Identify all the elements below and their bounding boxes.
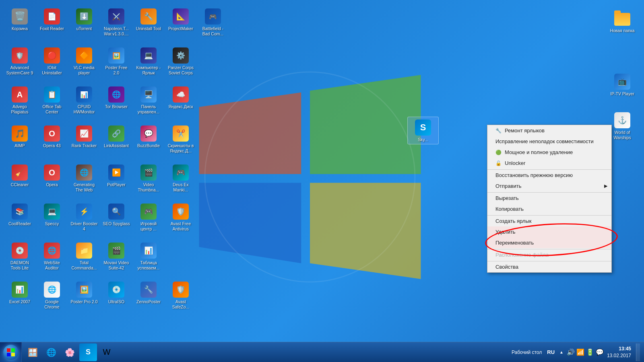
icon-cpuid[interactable]: 📊 CPUID HWMonitor <box>68 84 100 122</box>
totalcmd-icon: 📁 <box>76 243 92 259</box>
context-restore[interactable]: Восстановить прежнюю версию <box>487 169 611 181</box>
icon-potplayer[interactable]: ▶️ PotPlayer <box>101 162 132 200</box>
opera-label: Opera <box>46 182 58 187</box>
icon-napoleon[interactable]: ⚔️ Napoleon.T... War.v1.3.0.... <box>101 6 132 44</box>
posterfree-icon: 🖼️ <box>108 47 124 64</box>
context-remove[interactable]: 🟢 Мощное и полное удаление <box>487 147 611 158</box>
icon-deusex[interactable]: 🎮 Deus Ex Manki... <box>165 162 196 200</box>
projectmaker-icon: 📐 <box>173 8 189 25</box>
icon-daemon[interactable]: 💿 DAEMON Tools Lite <box>4 240 35 278</box>
icon-gentheweb[interactable]: 🌐 Generating The Web <box>68 162 100 200</box>
icon-iobit[interactable]: 🔴 IObit Uninstaller <box>36 45 68 83</box>
icon-ultraiso[interactable]: 💿 UltraISO <box>101 279 132 317</box>
icon-advego[interactable]: A Advego Plagiatus <box>4 84 35 122</box>
icon-avastsafe[interactable]: 🛡️ Avast SafeZo... <box>165 279 196 317</box>
icon-videothumb[interactable]: 🎬 Video Thumbna... <box>133 162 164 200</box>
context-repair[interactable]: 🔧 Ремонт ярлыков <box>487 125 611 136</box>
context-cut[interactable]: Вырезать <box>487 192 611 204</box>
videothumb-label: Video Thumbna... <box>134 182 163 192</box>
icon-avastfree[interactable]: 🛡️ Avast Free Antivirus <box>165 201 196 239</box>
taskbar-skype[interactable]: S <box>79 343 97 361</box>
excel-icon: 📊 <box>12 282 28 298</box>
context-copy[interactable]: Копировать <box>487 204 611 214</box>
icon-officetab[interactable]: 📋 Office Tab Center <box>36 84 68 122</box>
icon-posterpro[interactable]: 🖼️ Poster Pro 2.0 <box>68 279 100 317</box>
icon-asc[interactable]: 🛡️ Advanced SystemCare 9 <box>4 45 35 83</box>
coolreader-icon: 📚 <box>12 204 28 220</box>
icon-ranktracker[interactable]: 📈 Rank Tracker <box>68 123 100 161</box>
icon-foxit[interactable]: 📄 Foxit Reader <box>36 6 68 44</box>
icon-linkassistant[interactable]: 🔗 LinkAssistant <box>101 123 132 161</box>
icon-aimp[interactable]: 🎵 AIMP <box>4 123 35 161</box>
linkassistant-label: LinkAssistant <box>104 143 129 148</box>
korzina-icon: 🗑️ <box>12 8 28 25</box>
iptv-icon: 📺 <box>614 74 630 90</box>
icon-totalcmd[interactable]: 📁 Total Commanda... <box>68 240 100 278</box>
context-properties[interactable]: Свойства <box>487 261 611 272</box>
svg-rect-4 <box>11 353 15 356</box>
context-createshortcut[interactable]: Создать ярлык <box>487 215 611 226</box>
icon-yandexdisk[interactable]: ☁️ Яндекс.Диск <box>165 84 196 122</box>
battlefield-label: Battlefield - Bad Com... <box>199 26 227 36</box>
icon-chrome[interactable]: 🌐 Google Chrome <box>36 279 68 317</box>
icon-driverbooster[interactable]: ⚡ Driver Booster 4 <box>68 201 100 239</box>
context-send[interactable]: Отправить ▶ <box>487 181 611 191</box>
icon-movavi[interactable]: 🎬 Movavi Video Suite-42 <box>101 240 132 278</box>
start-button[interactable] <box>0 342 22 362</box>
taskbar-chrome[interactable]: 🌐 <box>42 343 60 361</box>
icon-korzina[interactable]: 🗑️ Корзина <box>4 6 35 44</box>
icon-table[interactable]: 📊 Таблица успеваем... <box>133 240 164 278</box>
taskbar-desktop-label: Рабочий стол <box>512 350 542 355</box>
zennoposter-label: ZennoPoster <box>136 299 161 304</box>
icon-posterfree[interactable]: 🖼️ Poster Free 2.0 <box>101 45 132 83</box>
icon-seospyglass[interactable]: 🔍 SEO Spyglass <box>101 201 132 239</box>
icon-coolreader[interactable]: 📚 CoolReader <box>4 201 35 239</box>
advego-label: Advego Plagiatus <box>6 104 34 114</box>
icon-websiteauditor[interactable]: 🌐 WebSite Auditor <box>36 240 68 278</box>
taskbar-word[interactable]: W <box>98 343 116 361</box>
svg-rect-3 <box>7 353 10 356</box>
tray-icon4: 💬 <box>596 348 604 356</box>
icon-vlc[interactable]: 🔶 VLC media player <box>68 45 100 83</box>
icon-gamecenter[interactable]: 🎮 Игровой центр ... <box>133 201 164 239</box>
context-compat[interactable]: Исправление неполадок совместимости <box>487 136 611 147</box>
taskbar-pinned-icons: 🪟 🌐 🌸 S W <box>24 343 116 361</box>
icon-iptv[interactable]: 📺 IP-TV Player <box>607 71 638 98</box>
seospyglass-label: SEO Spyglass <box>103 221 130 226</box>
show-desktop-button[interactable] <box>636 343 640 361</box>
icon-excel[interactable]: 📊 Excel 2007 <box>4 279 35 317</box>
panel-label: Панель управлен... <box>134 104 163 114</box>
icon-newfolder[interactable]: Новая папка <box>607 8 638 35</box>
icon-opera[interactable]: O Opera <box>36 162 68 200</box>
icon-panel[interactable]: 🖥️ Панель управлен... <box>133 84 164 122</box>
icon-opera43[interactable]: O Opera 43 <box>36 123 68 161</box>
officetab-label: Office Tab Center <box>38 104 66 114</box>
icon-panzer[interactable]: ⚙️ Panzer Corps Soviet Corps <box>165 45 196 83</box>
icon-speccy[interactable]: 💻 Speccy <box>36 201 68 239</box>
icon-ccleaner[interactable]: 🧹 CCleaner <box>4 162 35 200</box>
icon-utorrent[interactable]: ⬇️ uTorrent <box>68 6 100 44</box>
icon-computer[interactable]: 💻 Компьютер - Ярлык <box>133 45 164 83</box>
icon-zennoposter[interactable]: 🔧 ZennoPoster <box>133 279 164 317</box>
iobit-label: IObit Uninstaller <box>38 65 66 75</box>
icon-torbrowser[interactable]: 🌐 Tor Browser <box>101 84 132 122</box>
icon-projectmaker[interactable]: 📐 ProjectMaker <box>165 6 196 44</box>
gentheweb-icon: 🌐 <box>76 165 92 181</box>
potplayer-icon: ▶️ <box>108 165 124 181</box>
icon-battlefield[interactable]: 🎮 Battlefield - Bad Com... <box>197 6 229 44</box>
context-delete[interactable]: Удалить <box>487 226 611 237</box>
taskbar-clover[interactable]: 🌸 <box>61 343 78 361</box>
uninstall-label: Uninstall Tool <box>136 26 161 31</box>
context-rename[interactable]: Переименовать <box>487 237 611 248</box>
icon-buzzbundle[interactable]: 💬 BuzzBundle <box>133 123 164 161</box>
movavi-label: Movavi Video Suite-42 <box>102 260 130 270</box>
context-unlocker[interactable]: 🔓 Unlocker <box>487 158 611 169</box>
context-fileloc[interactable]: Расположение файла <box>487 249 611 260</box>
speccy-label: Speccy <box>45 221 59 226</box>
yandex-icon: ☁️ <box>173 86 189 103</box>
taskbar-explorer[interactable]: 🪟 <box>24 343 41 361</box>
icon-uninstall[interactable]: 🔧 Uninstall Tool <box>133 6 164 44</box>
skype-desktop-icon[interactable]: S Sky... <box>407 117 439 144</box>
avastfree-label: Avast Free Antivirus <box>167 221 195 231</box>
icon-screenshots[interactable]: ✂️ Скриншоты в Яндекс.Д... <box>165 123 196 161</box>
